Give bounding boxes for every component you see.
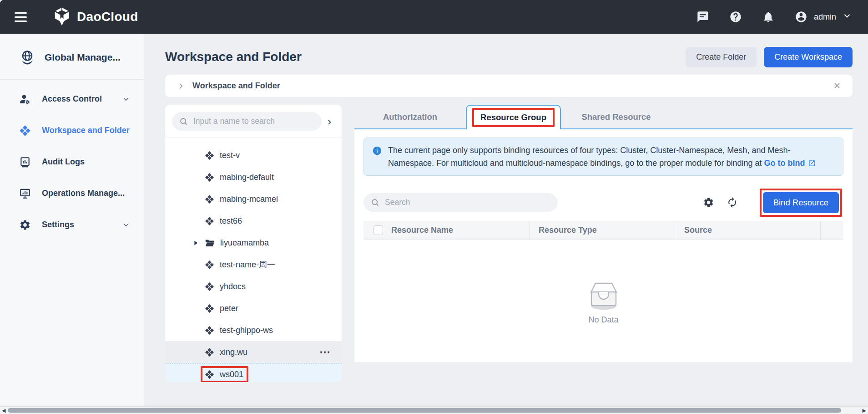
resource-search-input[interactable]: [384, 197, 550, 208]
sidebar-item-label: Operations Manage...: [42, 189, 125, 198]
info-alert: The current page only supports binding r…: [363, 138, 843, 176]
tree-item[interactable]: yhdocs: [165, 276, 342, 297]
tree-item-label: yhdocs: [220, 282, 246, 291]
notification-bell-icon[interactable]: [762, 10, 775, 23]
tab-shared-resource[interactable]: Shared Resource: [561, 105, 671, 129]
table-settings-gear-icon[interactable]: [703, 197, 714, 208]
workspace-diamond-icon: [19, 125, 31, 137]
folder-icon: [205, 238, 215, 248]
chevron-down-icon: [843, 11, 852, 22]
workspace-icon: [205, 216, 214, 226]
no-data-label: No Data: [588, 315, 618, 325]
column-header-resource-name[interactable]: Resource Name: [391, 221, 530, 240]
bind-resource-button[interactable]: Bind Resource: [763, 192, 839, 213]
create-folder-button[interactable]: Create Folder: [686, 47, 757, 67]
close-icon[interactable]: ✕: [833, 81, 841, 91]
top-navbar: DaoCloud admin: [0, 0, 868, 34]
tree-item[interactable]: test-v: [165, 144, 342, 166]
tree-item-label: test-name-周一: [220, 259, 275, 270]
select-all-checkbox[interactable]: [373, 225, 383, 235]
tab-resource-group[interactable]: Resource Group: [466, 105, 561, 129]
tree-search-input[interactable]: [192, 116, 314, 127]
sidebar-item-operations-management[interactable]: Operations Manage...: [0, 178, 144, 209]
tree-item[interactable]: test66: [165, 210, 342, 232]
tab-label: Resource Group: [480, 112, 546, 122]
sidebar-item-audit-logs[interactable]: Audit Logs: [0, 146, 144, 178]
alert-message: The current page only supports binding r…: [388, 146, 790, 168]
tree-item[interactable]: mabing-mcamel: [165, 188, 342, 210]
search-icon: [371, 198, 379, 207]
external-link-icon: [808, 159, 816, 167]
tree-item-selected[interactable]: ws001: [165, 363, 342, 382]
column-header-resource-type[interactable]: Resource Type: [530, 221, 675, 240]
tree-item-label: xing.wu: [220, 348, 247, 357]
resource-panel: Authorization Resource Group Shared Reso…: [354, 105, 853, 362]
sidebar-product[interactable]: Global Manage...: [0, 34, 144, 78]
sidebar-item-settings[interactable]: Settings: [0, 209, 144, 240]
tree-item-label: ws001: [220, 370, 243, 379]
tree-item-label: test-ghippo-ws: [220, 326, 273, 335]
tree-item-label: mabing-mcamel: [220, 194, 278, 204]
sidebar-item-label: Access Control: [42, 94, 102, 104]
tree-item-label: test66: [220, 216, 242, 226]
daocloud-logo-icon: [52, 6, 71, 27]
chevron-down-icon: [122, 95, 130, 103]
panel-collapse-chevron-icon[interactable]: ›: [322, 116, 337, 127]
tree-item-folder[interactable]: liyueamamba: [165, 232, 342, 254]
chevron-down-icon: [122, 221, 130, 229]
sidebar-item-label: Workspace and Folder: [42, 126, 130, 135]
workspace-icon: [205, 326, 214, 335]
scrollbar-thumb[interactable]: [8, 408, 841, 413]
brand-logo[interactable]: DaoCloud: [52, 6, 138, 27]
refresh-icon[interactable]: [727, 197, 738, 208]
search-icon: [179, 117, 188, 126]
horizontal-scrollbar[interactable]: ◀ ▶: [0, 406, 868, 414]
column-header-source[interactable]: Source: [675, 221, 821, 240]
user-gear-icon: [19, 93, 31, 105]
workspace-icon: [205, 348, 214, 357]
tree-item-label: liyueamamba: [220, 238, 269, 248]
workspace-icon: [205, 282, 214, 291]
empty-inbox-icon: [580, 277, 627, 312]
operations-monitor-icon: [19, 188, 31, 199]
tree-item[interactable]: test-name-周一: [165, 254, 342, 276]
sidebar-item-label: Audit Logs: [42, 157, 85, 167]
username-label: admin: [814, 12, 836, 22]
tree-item[interactable]: peter: [165, 297, 342, 319]
help-icon[interactable]: [729, 10, 742, 23]
table-header: Resource Name Resource Type Source: [363, 221, 843, 240]
globe-icon: [19, 49, 35, 66]
tree-item-label: peter: [220, 304, 238, 313]
tab-authorization[interactable]: Authorization: [354, 105, 466, 129]
create-workspace-button[interactable]: Create Workspace: [764, 47, 853, 67]
sidebar-item-access-control[interactable]: Access Control: [0, 83, 144, 115]
tab-bar: Authorization Resource Group Shared Reso…: [354, 105, 853, 129]
table-empty-state: No Data: [363, 240, 843, 362]
tree-item[interactable]: mabing-default: [165, 166, 342, 188]
scroll-left-arrow-icon[interactable]: ◀: [2, 407, 5, 414]
audit-logs-icon: [19, 156, 31, 168]
tree-item[interactable]: test-ghippo-ws: [165, 319, 342, 341]
page-title: Workspace and Folder: [165, 50, 302, 64]
user-menu[interactable]: admin: [795, 10, 852, 23]
sidebar-item-workspace-and-folder[interactable]: Workspace and Folder: [0, 115, 144, 146]
tree-item-label: test-v: [220, 151, 240, 160]
message-icon[interactable]: [696, 10, 709, 23]
sidebar-product-label: Global Manage...: [45, 52, 121, 63]
expand-arrow-icon[interactable]: [192, 240, 205, 246]
workspace-icon: [205, 173, 214, 182]
tree-item[interactable]: xing.wu ⋯: [165, 341, 342, 363]
brand-name: DaoCloud: [77, 10, 138, 24]
breadcrumb-label: Workspace and Folder: [192, 81, 280, 91]
gear-icon: [19, 219, 31, 231]
avatar-icon: [795, 10, 807, 23]
workspace-tree-panel: › test-v mabing-default: [165, 105, 342, 382]
scroll-right-arrow-icon[interactable]: ▶: [863, 407, 866, 414]
go-to-bind-link[interactable]: Go to bind: [764, 157, 816, 169]
go-to-bind-label: Go to bind: [764, 157, 805, 169]
hamburger-menu-icon[interactable]: [15, 10, 27, 25]
workspace-icon: [205, 304, 214, 313]
sidebar: Global Manage... Access Control: [0, 34, 144, 414]
sidebar-item-label: Settings: [42, 220, 74, 230]
workspace-icon: [205, 151, 214, 160]
